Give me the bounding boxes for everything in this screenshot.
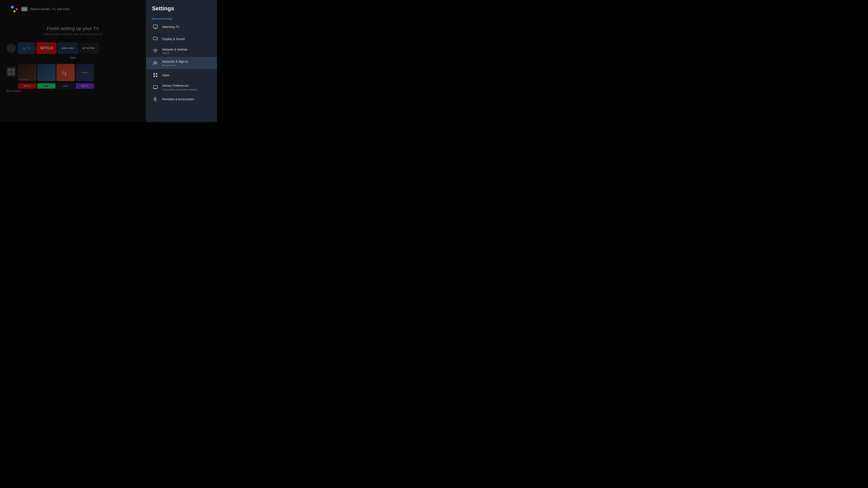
remotes-text: Remotes & Accessories — [162, 97, 211, 101]
svg-rect-8 — [153, 86, 158, 89]
device-preferences-text: Device Preferences Accessibility and sys… — [162, 84, 211, 91]
apps-label-settings: Apps — [162, 73, 211, 77]
general-settings-label: General Settings — [146, 18, 217, 20]
youtube-app-tile[interactable]: ▶ YouTube — [79, 42, 99, 54]
svg-point-2 — [155, 52, 156, 53]
settings-item-watching-tv[interactable]: Watching TV — [146, 21, 217, 33]
device-preferences-subtitle: Accessibility and system settings — [162, 88, 211, 91]
settings-item-accounts[interactable]: Accounts & Sign In No accounts — [146, 57, 217, 69]
setup-subtitle: Add a Google Account to make the most of… — [6, 33, 140, 36]
tv-app-tile[interactable]: 📺 TV — [18, 42, 35, 54]
remotes-label: Remotes & Accessories — [162, 97, 211, 101]
settings-header: Settings — [146, 0, 217, 18]
content-logos-row: NETFLIX hulu SONY HBO max — [18, 83, 94, 89]
svg-rect-7 — [156, 75, 157, 77]
old-guard-thumb[interactable]: OLD GUARD — [18, 64, 36, 81]
apps-section: ⋮⋮ 📺 TV NETFLIX prime video ▶ YouTube Ap… — [6, 42, 140, 59]
accounts-label: Accounts & Sign In — [162, 60, 211, 63]
setup-prompt: Finish setting up your TV Add a Google A… — [6, 26, 140, 36]
search-placeholder: Search movies, TV, and more — [30, 7, 70, 11]
settings-panel: Settings General Settings Watching TV Di… — [146, 0, 217, 122]
account-icon — [152, 60, 159, 66]
setup-title: Finish setting up your TV — [6, 26, 140, 31]
svg-rect-6 — [154, 75, 155, 77]
main-content: Finish setting up your TV Add a Google A… — [0, 17, 146, 122]
hulu-logo-tile[interactable]: hulu — [37, 83, 56, 89]
network-subtitle: fddbc2 — [162, 52, 211, 55]
dot-yellow — [13, 10, 16, 12]
device-icon — [152, 84, 159, 91]
content-thumbnails-row: OLD GUARD 🎁 FRIENDS — [18, 64, 94, 81]
svg-rect-1 — [153, 37, 157, 40]
settings-item-device-preferences[interactable]: Device Preferences Accessibility and sys… — [146, 81, 217, 93]
sony-sq2 — [11, 68, 15, 72]
watching-tv-label: Watching TV — [162, 25, 211, 29]
apps-label: Apps — [6, 56, 140, 59]
remote-icon — [152, 96, 159, 103]
svg-rect-4 — [154, 73, 155, 75]
device-preferences-label: Device Preferences — [162, 84, 211, 88]
settings-item-display-sound[interactable]: Display & Sound — [146, 33, 217, 45]
prime-app-tile[interactable]: prime video — [58, 42, 78, 54]
google-assistant-icon — [11, 5, 19, 13]
app-tiles-row[interactable]: 📺 TV NETFLIX prime video ▶ YouTube — [18, 42, 99, 54]
accounts-text: Accounts & Sign In No accounts — [162, 60, 211, 66]
settings-item-network[interactable]: Network & Internet fddbc2 — [146, 45, 217, 57]
sony-sq1 — [8, 68, 11, 72]
apps-text: Apps — [162, 73, 211, 77]
apps-grid-icon[interactable]: ⋮⋮ — [6, 43, 16, 53]
sony-select-label: Sony Select — [6, 90, 20, 93]
accounts-subtitle: No accounts — [162, 64, 211, 66]
settings-item-remotes[interactable]: Remotes & Accessories — [146, 93, 217, 105]
display-sound-label: Display & Sound — [162, 37, 211, 41]
friends-thumb[interactable]: FRIENDS — [75, 64, 94, 81]
network-text: Network & Internet fddbc2 — [162, 47, 211, 55]
svg-rect-0 — [153, 25, 158, 28]
hbomax-logo-tile[interactable]: HBO max — [75, 83, 94, 89]
svg-rect-5 — [156, 73, 157, 75]
keyboard-icon[interactable] — [21, 7, 28, 11]
display-sound-icon — [152, 35, 159, 42]
search-bar[interactable]: Search movies, TV, and more — [11, 5, 70, 13]
sony-select-icon[interactable] — [6, 67, 16, 76]
dot-blue — [11, 6, 14, 9]
pelican-thumb[interactable] — [37, 64, 56, 81]
network-label: Network & Internet — [162, 47, 211, 52]
gift-thumb[interactable]: 🎁 — [56, 64, 75, 81]
dot-red — [16, 8, 18, 10]
netflix-app-tile[interactable]: NETFLIX — [36, 42, 57, 54]
apps-icon — [152, 72, 159, 78]
sony-sq4 — [11, 72, 15, 75]
netflix-logo-tile[interactable]: NETFLIX — [18, 83, 36, 89]
settings-title: Settings — [152, 5, 211, 12]
display-sound-text: Display & Sound — [162, 37, 211, 41]
sony-sq3 — [8, 72, 11, 75]
wifi-icon — [152, 47, 159, 55]
svg-point-10 — [155, 98, 156, 99]
watching-tv-text: Watching TV — [162, 25, 211, 29]
settings-item-apps[interactable]: Apps — [146, 69, 217, 81]
sony-select-section: OLD GUARD 🎁 FRIENDS NETFLIX hulu SONY HB… — [6, 63, 140, 93]
sony-logo-tile[interactable]: SONY — [56, 83, 75, 89]
tv-icon — [152, 24, 159, 30]
svg-point-3 — [154, 61, 156, 63]
